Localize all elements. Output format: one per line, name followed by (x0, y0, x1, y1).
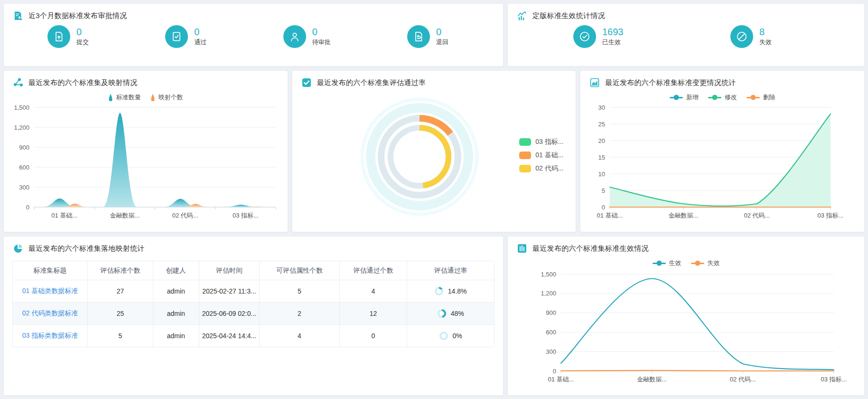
pass-rate-rings-chart[interactable] (354, 91, 485, 222)
cell-time: 2025-04-24 14:4... (199, 325, 260, 347)
legend-label: 删除 (763, 93, 775, 102)
panel-mapping-header: 最近发布的六个标准集及映射情况 (4, 71, 288, 88)
cell-creator: admin (153, 325, 199, 347)
stat-label: 提交 (76, 38, 89, 47)
stat-value: 8 (759, 27, 772, 37)
svg-text:金融数据...: 金融数据... (669, 212, 699, 219)
top-row: 近3个月数据标准发布审批情况 0 提交 (4, 4, 864, 66)
stat-label: 待审批 (312, 38, 331, 47)
cell-passed: 0 (339, 325, 407, 347)
table-row[interactable]: 02 代码类数据标准 25 admin 2025-06-09 02:0... 2… (13, 303, 495, 325)
legend-label: 映射个数 (159, 93, 183, 102)
stat-in-effect: 1693 已生效 (573, 25, 624, 48)
standard-set-link[interactable]: 03 指标类数据标准 (22, 332, 78, 339)
column-header[interactable]: 评估通过个数 (339, 261, 407, 280)
table-row[interactable]: 01 基础类数据标准 27 admin 2025-02-27 11:3... 5… (13, 280, 495, 303)
pass-rate-chart-area: 03 指标... 01 基础... 02 代码... (292, 88, 576, 222)
middle-row: 最近发布的六个标准集及映射情况 标准数量 映射个数 03006009001,20… (4, 71, 864, 232)
column-header[interactable]: 评估时间 (199, 261, 260, 280)
standard-changes-chart[interactable]: 05101520253001 基础...金融数据...02 代码...03 指标… (580, 103, 864, 225)
stat-label: 失效 (759, 38, 772, 47)
panel-title: 最近发布的六个标准集标准生效情况 (532, 244, 649, 253)
rate-donut-icon (439, 332, 448, 340)
cell-standards: 5 (88, 325, 153, 347)
legend-item[interactable]: 失效 (691, 259, 720, 267)
share-nodes-icon (12, 77, 24, 88)
legend-item[interactable]: 01 基础... (519, 151, 563, 160)
landing-mapping-table: 标准集标题 评估标准个数 创建人 评估时间 可评估属性个数 评估通过个数 评估通… (12, 261, 495, 347)
area-chart-icon (589, 77, 600, 88)
panel-landing-header: 最近发布的六个标准集落地映射统计 (4, 237, 503, 254)
standard-set-link[interactable]: 01 基础类数据标准 (22, 287, 78, 294)
cell-rate: 0% (453, 332, 462, 340)
effect-legend: 生效 失效 (508, 258, 864, 268)
svg-text:02 代码...: 02 代码... (730, 376, 756, 383)
effective-stats: 1693 已生效 8 失效 (508, 25, 864, 48)
line-marker-icon (747, 97, 760, 98)
standard-effectiveness-chart[interactable]: 03006009001,2001,50001 基础...金融数据...02 代码… (508, 268, 864, 388)
panel-approval-header: 近3个月数据标准发布审批情况 (4, 4, 503, 21)
standards-mapping-chart[interactable]: 03006009001,2001,50001 基础...金融数据...02 代码… (4, 103, 287, 225)
legend-label: 03 指标... (535, 138, 563, 146)
column-header[interactable]: 评估通过率 (407, 261, 495, 280)
cell-attrs: 4 (260, 325, 339, 347)
standard-set-link[interactable]: 02 代码类数据标准 (22, 309, 78, 317)
table-row[interactable]: 03 指标类数据标准 5 admin 2025-04-24 14:4... 4 … (13, 325, 495, 347)
svg-text:300: 300 (546, 348, 556, 355)
legend-label: 标准数量 (116, 93, 141, 102)
stat-returned: 0 退回 (407, 25, 448, 48)
pass-rate-legend: 03 指标... 01 基础... 02 代码... (519, 138, 563, 173)
stat-value: 1693 (602, 27, 624, 37)
column-header[interactable]: 评估标准个数 (88, 261, 153, 280)
legend-item[interactable]: 生效 (653, 259, 681, 267)
svg-text:10: 10 (598, 171, 605, 178)
check-circle-icon (573, 25, 596, 48)
legend-item[interactable]: 03 指标... (519, 138, 563, 146)
stat-passed: 0 通过 (165, 25, 206, 48)
panel-title: 最近发布的六个标准集落地映射统计 (28, 244, 145, 253)
column-header[interactable]: 可评估属性个数 (260, 261, 339, 280)
cell-passed: 4 (339, 280, 407, 303)
svg-text:1,200: 1,200 (14, 124, 29, 131)
panel-changes-header: 最近发布的六个标准集标准变更情况统计 (580, 71, 864, 88)
stat-expired: 8 失效 (730, 25, 772, 48)
doc-return-icon (407, 25, 430, 48)
svg-text:20: 20 (598, 137, 605, 144)
panel-approval: 近3个月数据标准发布审批情况 0 提交 (4, 4, 503, 66)
panel-changes-chart: 最近发布的六个标准集标准变更情况统计 新增 修改 删除 051015202530… (580, 71, 864, 232)
svg-text:600: 600 (19, 164, 29, 171)
svg-text:金融数据...: 金融数据... (637, 376, 667, 383)
panel-effect-header: 最近发布的六个标准集标准生效情况 (508, 237, 864, 254)
cell-attrs: 5 (260, 280, 339, 303)
legend-label: 新增 (686, 93, 699, 102)
legend-item[interactable]: 02 代码... (519, 164, 563, 173)
column-header[interactable]: 标准集标题 (13, 261, 88, 280)
legend-item[interactable]: 修改 (708, 93, 737, 102)
svg-text:02 代码...: 02 代码... (744, 212, 770, 219)
stat-label: 退回 (436, 38, 448, 47)
doc-upload-icon (47, 25, 70, 48)
rate-donut-icon (438, 309, 446, 318)
column-header[interactable]: 创建人 (153, 261, 199, 280)
cell-rate: 48% (451, 310, 464, 317)
legend-label: 生效 (669, 259, 681, 267)
svg-text:5: 5 (602, 187, 605, 194)
svg-text:03 指标...: 03 指标... (233, 212, 259, 219)
legend-item[interactable]: 映射个数 (150, 93, 183, 102)
table-header-row: 标准集标题 评估标准个数 创建人 评估时间 可评估属性个数 评估通过个数 评估通… (13, 261, 495, 280)
bar-chart-icon (516, 243, 528, 254)
svg-text:30: 30 (598, 104, 605, 111)
svg-text:900: 900 (19, 144, 29, 151)
bottom-row: 最近发布的六个标准集落地映射统计 标准集标题 评估标准个数 创建人 评估时间 可… (4, 237, 864, 395)
legend-item[interactable]: 新增 (670, 93, 699, 102)
stat-value: 0 (436, 27, 448, 37)
stat-pending: 0 待审批 (283, 25, 331, 48)
legend-item[interactable]: 标准数量 (108, 93, 141, 102)
legend-swatch (519, 152, 531, 159)
stat-value: 0 (194, 27, 206, 37)
svg-text:0: 0 (553, 368, 556, 375)
svg-text:0: 0 (26, 204, 29, 211)
svg-text:1,500: 1,500 (541, 271, 556, 278)
legend-item[interactable]: 删除 (747, 93, 775, 102)
dashboard: 近3个月数据标准发布审批情况 0 提交 (0, 0, 868, 399)
